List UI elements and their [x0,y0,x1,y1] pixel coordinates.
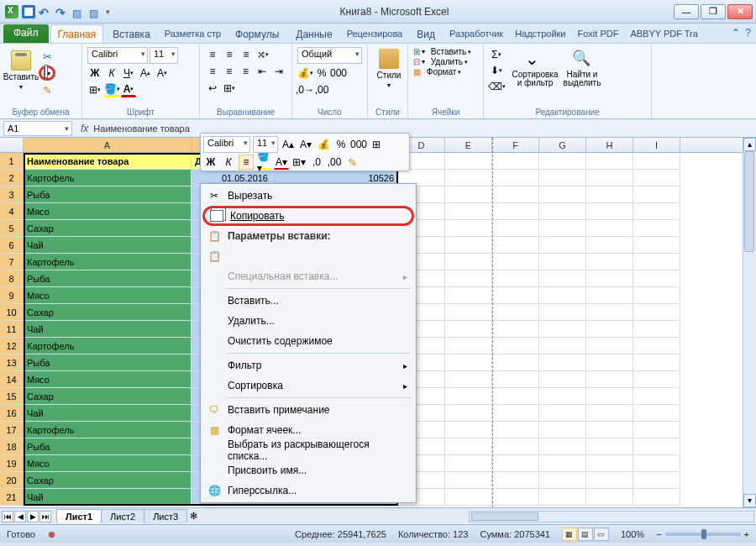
cell[interactable] [492,472,539,489]
cell[interactable] [633,438,680,455]
cell[interactable] [539,338,586,354]
cell[interactable] [539,422,586,438]
cell[interactable] [445,472,492,489]
macro-record-icon[interactable]: ⏺ [47,529,56,539]
tab-home[interactable]: Главная [50,24,104,43]
cell[interactable] [539,472,586,489]
cell[interactable] [492,438,539,455]
sort-filter-button[interactable]: ⌄ Сортировка и фильтр [511,47,559,94]
fill-button[interactable]: ⬇▾ [489,63,504,78]
cell[interactable] [633,153,680,170]
cell[interactable]: Рыба [24,354,192,371]
underline-button[interactable]: Ч▾ [121,66,136,81]
qat-book2-icon[interactable] [89,5,102,18]
cell[interactable] [586,270,633,287]
cell[interactable] [539,186,586,203]
row-header[interactable]: 14 [0,371,24,388]
ribbon-minimize-icon[interactable]: ⌃ [732,27,740,39]
row-header[interactable]: 4 [0,203,24,220]
cell[interactable] [492,254,539,270]
cell[interactable] [492,203,539,220]
hscroll-thumb[interactable] [471,512,538,521]
comma-button[interactable]: 000 [331,66,346,81]
cell[interactable] [445,220,492,237]
cell[interactable]: Чай [24,237,192,254]
accounting-button[interactable]: 💰▾ [297,66,312,81]
mini-align-center[interactable]: ≡ [239,155,254,170]
col-header-e[interactable]: E [445,138,492,152]
cell[interactable] [539,371,586,388]
cell[interactable] [445,354,492,371]
tab-addins[interactable]: Надстройки [510,24,570,43]
align-bottom-button[interactable]: ≡ [239,47,254,62]
mini-italic[interactable]: К [221,155,236,170]
help-icon[interactable]: ? [745,27,751,39]
cell[interactable] [539,237,586,254]
styles-button[interactable]: Стили▾ [373,47,405,94]
cell[interactable] [586,338,633,354]
mini-merge[interactable]: ⊞ [369,137,384,152]
cell[interactable]: Чай [24,321,192,338]
tab-developer[interactable]: Разработчик [444,24,508,43]
bold-button[interactable]: Ж [87,66,102,81]
cell[interactable] [633,338,680,354]
find-select-button[interactable]: 🔍 Найти и выделить [561,47,603,94]
minimize-button[interactable]: — [674,4,699,19]
col-header-a[interactable]: A [24,138,192,152]
row-header[interactable]: 15 [0,388,24,405]
cell[interactable] [492,170,539,186]
fill-color-button[interactable]: 🪣▾ [104,82,119,97]
col-header-i[interactable]: I [633,138,680,152]
ctx-clear-contents[interactable]: Очистить содержимое [202,331,414,351]
cell[interactable] [492,405,539,422]
cell[interactable]: Мясо [24,203,192,220]
align-middle-button[interactable]: ≡ [222,47,237,62]
mini-accounting[interactable]: 💰 [316,137,331,152]
row-header[interactable]: 8 [0,270,24,287]
row-header[interactable]: 17 [0,422,24,438]
cell[interactable] [445,489,492,506]
close-button[interactable]: ✕ [727,4,753,19]
wrap-text-button[interactable]: ↩ [205,81,220,96]
ctx-pick-from-list[interactable]: Выбрать из раскрывающегося списка... [202,440,414,460]
row-header[interactable]: 5 [0,220,24,237]
cell[interactable] [492,371,539,388]
grow-font-button[interactable]: A▴ [138,66,153,81]
row-header[interactable]: 7 [0,254,24,270]
vertical-scrollbar[interactable]: ▴ ▾ [743,138,756,507]
font-color-button[interactable]: A▾ [121,82,136,97]
delete-cells-button[interactable]: ⊟▾ Удалить▾ [413,57,478,66]
cell[interactable] [445,237,492,254]
cell[interactable] [445,338,492,354]
zoom-slider[interactable] [665,533,741,536]
cell[interactable] [492,237,539,254]
row-header[interactable]: 21 [0,489,24,506]
cell[interactable] [445,422,492,438]
mini-percent[interactable]: % [333,137,349,152]
cell[interactable] [539,153,586,170]
cell[interactable]: Мясо [24,371,192,388]
insert-cells-button[interactable]: ⊞▾ Вставить▾ [413,47,478,56]
paste-button[interactable]: Вставить ▾ [5,49,37,96]
cell[interactable] [445,405,492,422]
cell[interactable] [586,304,633,321]
cell[interactable] [586,321,633,338]
sheet-nav-prev[interactable]: ◀ [14,511,26,522]
ctx-insert[interactable]: Вставить... [202,291,414,311]
mini-comma[interactable]: 000 [351,137,366,152]
col-header-g[interactable]: G [539,138,586,152]
italic-button[interactable]: К [104,66,119,81]
view-normal-button[interactable]: ▦ [562,528,577,541]
cell[interactable] [492,153,539,170]
mini-format-painter[interactable] [344,155,360,170]
zoom-in-button[interactable]: + [744,529,749,539]
cell[interactable] [633,254,680,270]
cell[interactable] [492,338,539,354]
cell[interactable] [586,405,633,422]
align-center-button[interactable]: ≡ [222,64,237,79]
cell[interactable]: Сахар [24,472,192,489]
redo-icon[interactable] [55,5,69,18]
ctx-format-cells[interactable]: ▦Формат ячеек... [202,420,414,440]
dec-decimal-button[interactable]: ,00 [314,82,329,97]
qat-book-icon[interactable] [72,5,86,18]
